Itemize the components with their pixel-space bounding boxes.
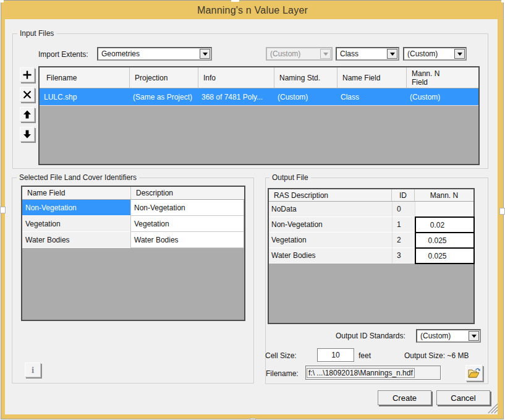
cell-info[interactable]: 368 of 7481 Poly...: [198, 88, 274, 105]
column-header-name-field[interactable]: Name Field: [22, 187, 131, 200]
column-header-id[interactable]: ID: [392, 189, 415, 202]
input-files-group-label: Input Files: [17, 29, 56, 38]
cell-id[interactable]: 2: [392, 233, 415, 248]
background-notch: [0, 207, 6, 213]
cell-filename[interactable]: LULC.shp: [40, 88, 130, 105]
mann-n-field-combobox[interactable]: (Custom): [403, 47, 467, 61]
mann-n-input[interactable]: 0.025: [415, 247, 475, 264]
add-file-button[interactable]: [20, 67, 35, 82]
name-field-value: Class: [340, 49, 359, 58]
cell-ras-description[interactable]: Non-Vegetation: [269, 217, 392, 233]
mann-n-input[interactable]: 0.02: [415, 216, 475, 233]
land-cover-table: Name Field Description Non-Vegetation No…: [21, 186, 245, 321]
cell-id[interactable]: 0: [392, 202, 415, 217]
land-cover-row[interactable]: Water Bodies Water Bodies: [22, 232, 244, 248]
remove-file-button[interactable]: [20, 87, 35, 102]
filename-input[interactable]: f:\ ...\18092018\Mannings_n.hdf: [305, 366, 441, 380]
output-id-standards-label: Output ID Standards:: [336, 332, 405, 340]
cell-name-field[interactable]: Non-Vegetation: [22, 200, 131, 216]
info-button[interactable]: i: [25, 362, 41, 377]
column-header-name-field[interactable]: Name Field: [337, 67, 407, 88]
cell-ras-description[interactable]: Vegetation: [269, 233, 392, 248]
cell-size-label: Cell Size:: [265, 351, 297, 360]
land-cover-table-header: Name Field Description: [22, 187, 244, 200]
cell-name-field[interactable]: Vegetation: [22, 216, 131, 232]
combo-dropdown-button: [320, 49, 331, 59]
background-notch: [499, 208, 505, 215]
land-cover-row[interactable]: Vegetation Vegetation: [22, 216, 244, 232]
input-files-table-row[interactable]: LULC.shp (Same as Project) 368 of 7481 P…: [40, 88, 478, 106]
resize-grip[interactable]: [488, 403, 498, 414]
column-header-projection[interactable]: Projection: [130, 67, 198, 88]
combo-dropdown-button[interactable]: [200, 49, 210, 59]
output-id-standards-combobox[interactable]: (Custom): [416, 329, 481, 343]
output-table-header: RAS Description ID Mann. N: [269, 189, 473, 202]
open-folder-icon: [467, 367, 481, 379]
arrow-up-icon: [22, 109, 32, 119]
cell-size-unit-label: feet: [359, 351, 371, 360]
output-file-group-label: Output File: [269, 173, 311, 182]
arrow-down-icon: [22, 129, 32, 139]
land-cover-group-label: Selected File Land Cover Identifiers: [17, 173, 139, 182]
cell-ras-description[interactable]: Water Bodies: [269, 248, 392, 264]
filename-label: Filename:: [266, 369, 299, 378]
x-icon: [22, 90, 32, 100]
chevron-down-icon: [323, 53, 328, 56]
column-header-filename[interactable]: Filename: [40, 67, 130, 88]
cell-name-field[interactable]: Water Bodies: [22, 232, 131, 248]
mann-n-field-value: (Custom): [407, 49, 438, 58]
cell-description[interactable]: Vegetation: [130, 216, 244, 232]
land-cover-row[interactable]: Non-Vegetation Non-Vegetation: [22, 200, 244, 216]
move-up-button[interactable]: [20, 107, 35, 122]
window-title: Manning's n Value Layer: [0, 5, 505, 16]
mann-n-input[interactable]: 0.025: [415, 232, 475, 249]
cell-name-field[interactable]: Class: [337, 88, 407, 105]
name-field-combobox[interactable]: Class: [336, 47, 399, 61]
info-icon: i: [32, 365, 34, 375]
column-header-mann-n[interactable]: Mann. N: [415, 189, 473, 202]
column-header-naming-std[interactable]: Naming Std.: [274, 67, 337, 88]
chevron-down-icon: [472, 335, 477, 338]
background-notch: [231, 0, 239, 2]
column-header-mann-n-field[interactable]: Mann. N Field: [407, 67, 478, 88]
combo-dropdown-button[interactable]: [454, 49, 465, 59]
combo-dropdown-button[interactable]: [469, 331, 479, 341]
cell-ras-description[interactable]: NoData: [269, 202, 392, 217]
cell-mann-n[interactable]: [415, 202, 473, 217]
background-notch: [501, 0, 505, 2]
chevron-down-icon: [203, 53, 208, 56]
output-size-label: Output Size: ~6 MB: [404, 351, 469, 360]
cell-mann-n-field[interactable]: (Custom): [407, 88, 478, 105]
input-files-table-header: Filename Projection Info Naming Std. Nam…: [40, 67, 478, 88]
output-row[interactable]: NoData 0: [269, 202, 473, 217]
chevron-down-icon: [390, 53, 395, 56]
output-id-standards-value: (Custom): [420, 332, 451, 340]
plus-icon: [22, 70, 32, 80]
move-down-button[interactable]: [20, 127, 35, 142]
import-extents-label: Import Extents:: [38, 50, 88, 59]
cell-id[interactable]: 3: [392, 248, 415, 264]
chevron-down-icon: [457, 53, 462, 56]
screen: Manning's n Value Layer Input Files Impo…: [0, 0, 505, 420]
cell-description[interactable]: Water Bodies: [130, 232, 244, 248]
background-notch: [0, 0, 4, 2]
column-header-info[interactable]: Info: [198, 67, 274, 88]
column-header-description[interactable]: Description: [131, 187, 244, 200]
cell-id[interactable]: 1: [392, 217, 415, 233]
cell-size-input[interactable]: 10: [317, 348, 354, 362]
combo-dropdown-button[interactable]: [387, 49, 397, 59]
cell-naming-std[interactable]: (Custom): [274, 88, 337, 105]
naming-std-value: (Custom): [270, 49, 300, 58]
browse-button[interactable]: [465, 365, 483, 381]
filename-value: f:\ ...\18092018\Mannings_n.hdf: [307, 368, 415, 378]
naming-std-combobox: (Custom): [266, 47, 333, 61]
column-header-ras-description[interactable]: RAS Description: [269, 189, 392, 202]
cancel-button[interactable]: Cancel: [436, 390, 490, 405]
input-files-table: Filename Projection Info Naming Std. Nam…: [38, 66, 480, 165]
output-file-table: RAS Description ID Mann. N NoData 0 Non-…: [268, 188, 475, 324]
cell-description[interactable]: Non-Vegetation: [130, 200, 244, 216]
create-button[interactable]: Create: [378, 390, 431, 405]
import-extents-value: Geometries: [101, 49, 140, 58]
import-extents-combobox[interactable]: Geometries: [97, 47, 212, 61]
cell-projection[interactable]: (Same as Project): [130, 88, 198, 105]
